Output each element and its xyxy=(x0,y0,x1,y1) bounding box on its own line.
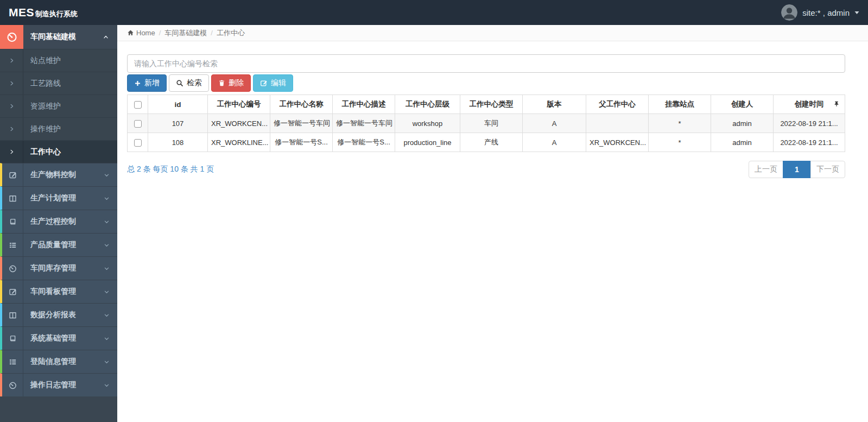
table-row[interactable]: 107 XR_WORKCEN... 修一智能一号车间 修一智能一号车间 work… xyxy=(128,114,845,133)
table-header-row: id 工作中心编号 工作中心名称 工作中心描述 工作中心层级 工作中心类型 版本… xyxy=(128,95,845,114)
column-header-name[interactable]: 工作中心名称 xyxy=(270,95,333,114)
column-header-creator[interactable]: 创建人 xyxy=(711,95,774,114)
pin-icon[interactable] xyxy=(833,100,840,108)
edit-button[interactable]: 编辑 xyxy=(253,74,293,92)
chevron-down-icon xyxy=(104,242,110,248)
cell-station: * xyxy=(649,114,711,133)
cell-station: * xyxy=(649,133,711,152)
chevron-down-icon xyxy=(104,219,110,225)
pagination: 上一页 1 下一页 xyxy=(749,161,845,178)
cell-id: 108 xyxy=(148,133,208,152)
columns-icon xyxy=(2,304,23,326)
add-button[interactable]: 新增 xyxy=(127,74,167,92)
sidebar-item-material-control[interactable]: 生产物料控制 xyxy=(0,163,117,186)
workcenter-table: id 工作中心编号 工作中心名称 工作中心描述 工作中心层级 工作中心类型 版本… xyxy=(127,95,845,152)
delete-button[interactable]: 删除 xyxy=(211,74,251,92)
cell-creator: admin xyxy=(711,114,774,133)
sidebar-item-label: 车间基础建模 xyxy=(30,32,76,42)
prev-page-button[interactable]: 上一页 xyxy=(749,161,783,178)
sidebar-footer xyxy=(0,396,117,422)
chevron-down-icon xyxy=(104,312,110,318)
chevron-down-icon xyxy=(104,266,110,272)
sidebar-item-work-center[interactable]: 工作中心 xyxy=(0,140,117,163)
sidebar-item-label: 登陆信息管理 xyxy=(30,357,76,367)
sidebar-item-label: 操作维护 xyxy=(30,124,61,134)
column-header-id[interactable]: id xyxy=(148,95,208,114)
column-header-station[interactable]: 挂靠站点 xyxy=(649,95,711,114)
chevron-down-icon xyxy=(104,196,110,201)
avatar[interactable] xyxy=(781,4,797,21)
sidebar-item-quality-management[interactable]: 产品质量管理 xyxy=(0,233,117,256)
row-checkbox[interactable] xyxy=(134,139,142,147)
chevron-down-icon xyxy=(104,382,110,388)
search-icon xyxy=(176,79,183,87)
logo-primary: MES xyxy=(9,6,34,19)
cell-type: 产线 xyxy=(460,133,523,152)
sidebar-item-resource-maintenance[interactable]: 资源维护 xyxy=(0,95,117,117)
row-checkbox[interactable] xyxy=(134,120,142,128)
column-header-description[interactable]: 工作中心描述 xyxy=(333,95,395,114)
sidebar-item-label: 生产计划管理 xyxy=(30,193,76,203)
trash-icon xyxy=(218,79,225,87)
chevron-right-icon xyxy=(0,95,23,117)
tasks-icon xyxy=(2,350,23,373)
toolbar: 新增 检索 删除 xyxy=(127,74,845,92)
sidebar-item-operation-log-management[interactable]: 操作日志管理 xyxy=(0,373,117,396)
book-icon xyxy=(2,210,23,233)
sidebar-item-production-plan[interactable]: 生产计划管理 xyxy=(0,186,117,210)
sidebar-item-login-info-management[interactable]: 登陆信息管理 xyxy=(0,350,117,373)
sidebar-item-process-control[interactable]: 生产过程控制 xyxy=(0,210,117,233)
select-all-checkbox[interactable] xyxy=(134,101,142,109)
top-navbar: MES 制造执行系统 site:* , admin xyxy=(0,0,868,25)
next-page-button[interactable]: 下一页 xyxy=(810,161,845,178)
chevron-down-icon xyxy=(104,289,110,295)
sidebar-item-process-route[interactable]: 工艺路线 xyxy=(0,72,117,95)
cell-name: 修一智能一号S... xyxy=(270,133,333,152)
sidebar: 车间基础建模 站点维护 工艺路线 资源维护 xyxy=(0,25,117,422)
breadcrumb-section[interactable]: 车间基础建模 xyxy=(164,28,207,38)
pagination-summary: 总 2 条 每页 10 条 共 1 页 xyxy=(127,165,214,174)
sidebar-item-kanban-management[interactable]: 车间看板管理 xyxy=(0,280,117,303)
home-icon xyxy=(127,29,134,36)
sidebar-item-workshop-modeling[interactable]: 车间基础建模 xyxy=(0,25,117,49)
plus-icon xyxy=(134,80,141,87)
pencil-square-icon xyxy=(2,280,23,303)
sidebar-item-operation-maintenance[interactable]: 操作维护 xyxy=(0,117,117,140)
search-button[interactable]: 检索 xyxy=(169,74,209,92)
sidebar-item-inventory-management[interactable]: 车间库存管理 xyxy=(0,256,117,280)
breadcrumb-separator: / xyxy=(159,29,161,37)
chevron-right-icon xyxy=(0,49,23,72)
sidebar-item-station-maintenance[interactable]: 站点维护 xyxy=(0,49,117,72)
column-header-level[interactable]: 工作中心层级 xyxy=(395,95,460,114)
cell-description: 修一智能一号S... xyxy=(333,133,395,152)
cell-level: workshop xyxy=(395,114,460,133)
breadcrumb: Home / 车间基础建模 / 工作中心 xyxy=(117,25,868,41)
caret-down-icon xyxy=(854,10,859,15)
breadcrumb-home[interactable]: Home xyxy=(127,29,155,37)
sidebar-item-analytics-reports[interactable]: 数据分析报表 xyxy=(0,303,117,326)
cell-creator: admin xyxy=(711,133,774,152)
sidebar-item-label: 工艺路线 xyxy=(30,79,61,89)
sidebar-item-system-management[interactable]: 系统基础管理 xyxy=(0,326,117,350)
cell-level: production_line xyxy=(395,133,460,152)
column-header-created-time[interactable]: 创建时间 xyxy=(774,95,845,114)
breadcrumb-separator: / xyxy=(211,29,213,37)
cell-parent: XR_WORKCEN... xyxy=(586,133,649,152)
sidebar-item-label: 数据分析报表 xyxy=(30,310,76,320)
cell-version: A xyxy=(523,133,586,152)
user-menu[interactable]: site:* , admin xyxy=(781,4,859,21)
sidebar-item-label: 车间库存管理 xyxy=(30,263,76,273)
column-header-version[interactable]: 版本 xyxy=(523,95,586,114)
column-header-code[interactable]: 工作中心编号 xyxy=(208,95,270,114)
chevron-down-icon xyxy=(104,359,110,365)
table-row[interactable]: 108 XR_WORKLINE... 修一智能一号S... 修一智能一号S...… xyxy=(128,133,845,152)
app-logo: MES 制造执行系统 xyxy=(9,6,78,19)
chevron-right-icon xyxy=(0,72,23,95)
page-1-button[interactable]: 1 xyxy=(783,161,811,178)
chevron-right-icon xyxy=(0,118,23,140)
sidebar-item-label: 产品质量管理 xyxy=(30,240,76,250)
cell-code: XR_WORKCEN... xyxy=(208,114,270,133)
column-header-type[interactable]: 工作中心类型 xyxy=(460,95,523,114)
column-header-parent[interactable]: 父工作中心 xyxy=(586,95,649,114)
search-input[interactable] xyxy=(127,54,845,73)
